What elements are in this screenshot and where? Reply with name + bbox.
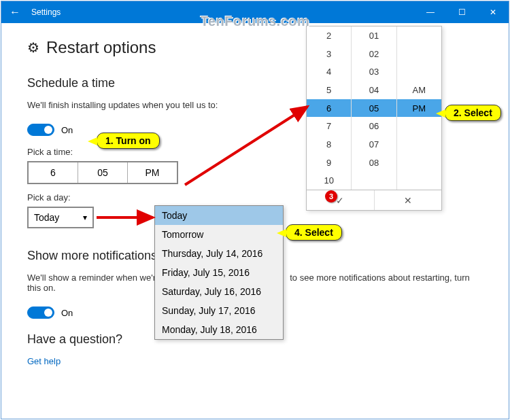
picker-cell[interactable]: 03 [352, 63, 396, 81]
picker-cell[interactable] [397, 171, 441, 190]
hour-column[interactable]: 2345678910 [307, 27, 352, 190]
picker-cell[interactable]: 02 [352, 45, 396, 63]
close-button[interactable]: ✕ [477, 1, 509, 23]
picker-cell[interactable]: 6 [307, 99, 351, 118]
time-picker-popup: 23456789100102030405060708AMPM ✓ ✕ [306, 26, 442, 211]
day-option[interactable]: Today [155, 206, 283, 225]
day-option[interactable]: Thursday, July 14, 2016 [155, 244, 283, 263]
day-option[interactable]: Saturday, July 16, 2016 [155, 282, 283, 301]
minimize-button[interactable]: — [415, 1, 446, 23]
picker-cell[interactable] [397, 135, 441, 154]
callout-1: 1. Turn on [97, 133, 160, 149]
picker-cell[interactable]: 7 [307, 117, 351, 135]
day-field[interactable]: Today ▾ [27, 207, 94, 228]
picker-cell[interactable]: 06 [352, 117, 396, 135]
day-option[interactable]: Monday, July 18, 2016 [155, 320, 283, 339]
time-hour[interactable]: 6 [29, 162, 78, 183]
time-picker-cancel[interactable]: ✕ [375, 190, 442, 210]
picker-cell[interactable]: 5 [307, 81, 351, 99]
time-field[interactable]: 6 05 PM [27, 161, 178, 184]
time-picker-accept[interactable]: ✓ [307, 190, 375, 210]
gear-icon: ⚙ [27, 39, 39, 56]
minute-column[interactable]: 0102030405060708 [352, 27, 396, 190]
picker-cell[interactable] [397, 154, 441, 172]
picker-cell[interactable] [397, 45, 441, 63]
picker-cell[interactable]: 4 [307, 63, 351, 81]
day-selected: Today [34, 212, 59, 223]
get-help-link[interactable]: Get help [27, 356, 483, 366]
picker-cell[interactable]: 01 [352, 27, 396, 45]
callout-4: 4. Select [286, 224, 342, 241]
picker-cell[interactable]: 05 [352, 99, 396, 118]
callout-3: 3 [325, 190, 337, 203]
picker-cell[interactable]: 8 [307, 135, 351, 154]
picker-cell[interactable] [397, 117, 441, 135]
callout-2: 2. Select [445, 105, 501, 121]
time-ampm[interactable]: PM [128, 162, 177, 183]
picker-cell[interactable]: 07 [352, 135, 396, 154]
schedule-toggle-label: On [61, 125, 73, 135]
day-option[interactable]: Tomorrow [155, 225, 283, 244]
more-toggle-label: On [61, 308, 73, 318]
picker-cell[interactable]: AM [397, 81, 441, 99]
window-title: Settings [29, 7, 415, 17]
chevron-down-icon: ▾ [83, 213, 87, 222]
day-dropdown: TodayTomorrowThursday, July 14, 2016Frid… [154, 205, 284, 340]
ampm-column[interactable]: AMPM [397, 27, 441, 190]
schedule-toggle[interactable] [27, 124, 54, 136]
picker-cell[interactable]: PM [397, 99, 441, 118]
picker-cell[interactable]: 10 [307, 171, 351, 190]
picker-cell[interactable]: 9 [307, 154, 351, 172]
day-option[interactable]: Friday, July 15, 2016 [155, 263, 283, 282]
day-option[interactable]: Sunday, July 17, 2016 [155, 301, 283, 320]
back-button[interactable]: ← [1, 6, 29, 18]
picker-cell[interactable]: 3 [307, 45, 351, 63]
picker-cell[interactable] [397, 63, 441, 81]
time-minute[interactable]: 05 [78, 162, 128, 183]
picker-cell[interactable]: 2 [307, 27, 351, 45]
picker-cell[interactable] [352, 171, 396, 190]
picker-cell[interactable] [397, 27, 441, 45]
picker-cell[interactable]: 04 [352, 81, 396, 99]
more-toggle[interactable] [27, 307, 54, 319]
maximize-button[interactable]: ☐ [446, 1, 477, 23]
titlebar: ← Settings — ☐ ✕ [1, 1, 509, 23]
picker-cell[interactable]: 08 [352, 154, 396, 172]
